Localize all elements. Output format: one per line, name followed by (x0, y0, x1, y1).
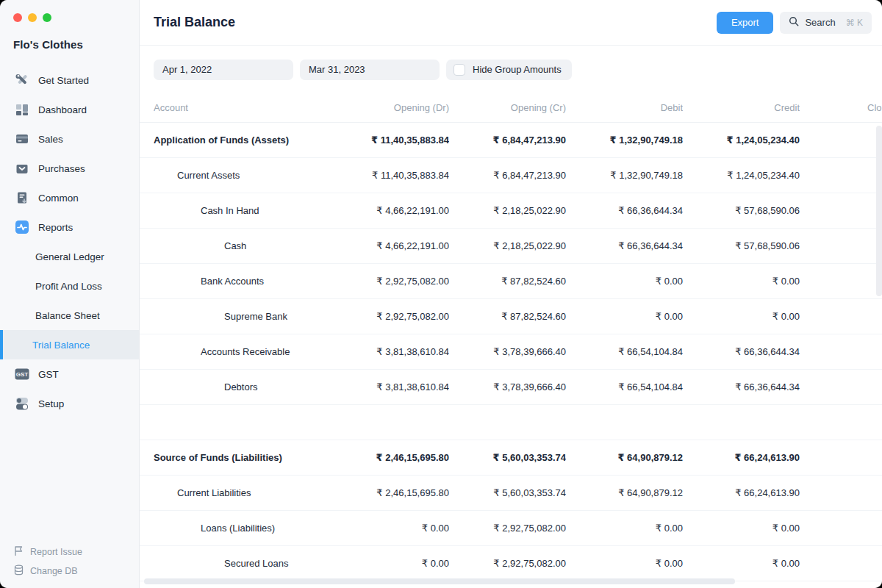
amount-cell: ₹ 1,32,90,749.18 (566, 135, 683, 146)
column-header-account[interactable]: Account (154, 102, 332, 113)
change-db-button[interactable]: Change DB (0, 562, 139, 581)
sidebar-item-purchases[interactable]: Purchases (0, 154, 139, 183)
flag-icon (13, 545, 24, 559)
amount-cell: ₹ 1,24,05,234.40 (683, 135, 800, 146)
search-button[interactable]: Search ⌘ K (780, 12, 872, 34)
zoom-window-button[interactable] (43, 13, 51, 22)
sidebar-item-label: Get Started (38, 75, 89, 86)
sidebar-item-profit-and-loss[interactable]: Profit And Loss (0, 271, 139, 301)
table-row[interactable]: Loans (Liabilities)₹ 0.00₹ 2,92,75,082.0… (140, 511, 882, 546)
amount-cell: ₹ 66,24,613.90 (683, 452, 800, 463)
sidebar-item-reports[interactable]: Reports (0, 212, 139, 242)
table-row[interactable]: Secured Loans₹ 0.00₹ 2,92,75,082.00₹ 0.0… (140, 546, 882, 581)
table-body: Application of Funds (Assets)₹ 11,40,35,… (140, 123, 882, 581)
page-header: Trial Balance Export Search ⌘ K (140, 0, 882, 46)
sidebar-item-dashboard[interactable]: Dashboard (0, 95, 139, 124)
amount-cell: ₹ 5,60,03,353.74 (449, 452, 566, 463)
amount-cell: ₹ 1,32,90,749.18 (566, 170, 683, 181)
table-row[interactable]: Current Liabilities₹ 2,46,15,695.80₹ 5,6… (140, 476, 882, 511)
sidebar-item-trial-balance[interactable]: Trial Balance (0, 330, 139, 359)
horizontal-scrollbar-thumb[interactable] (144, 578, 735, 584)
amount-cell: ₹ 0.00 (683, 523, 800, 534)
amount-cell: ₹ 2,18,25,022.90 (449, 205, 566, 216)
table-row[interactable]: Source of Funds (Liabilities)₹ 2,46,15,6… (140, 440, 882, 476)
amount-cell: ₹ 2,46,15,695.80 (332, 452, 449, 463)
amount-cell: ₹ 5,60,03,353.74 (449, 487, 566, 498)
table-row[interactable]: Accounts Receivable₹ 3,81,38,610.84₹ 3,7… (140, 334, 882, 370)
credit-card-icon (15, 132, 29, 146)
hide-group-amounts-checkbox[interactable] (453, 64, 465, 76)
amount-cell: ₹ 4,66,22,191.00 (332, 205, 449, 216)
minimize-window-button[interactable] (28, 13, 37, 22)
amount-cell: ₹ 0.00 (566, 558, 683, 569)
sidebar-item-get-started[interactable]: Get Started (0, 65, 139, 95)
amount-cell: ₹ 6,84,47,213.90 (449, 135, 566, 146)
sidebar-item-label: GST (38, 369, 59, 380)
search-label: Search (805, 17, 835, 28)
sidebar-item-label: Sales (38, 134, 63, 145)
report-issue-button[interactable]: Report Issue (0, 542, 139, 562)
sidebar-item-label: Reports (38, 222, 73, 233)
sidebar: Flo's Clothes Get Started (0, 0, 140, 588)
export-button[interactable]: Export (717, 12, 774, 34)
amount-cell: ₹ 66,36,644.34 (683, 381, 800, 392)
table-row[interactable]: Cash₹ 4,66,22,191.00₹ 2,18,25,022.90₹ 66… (140, 229, 882, 264)
amount-cell: ₹ 3,81,38,610.84 (332, 381, 449, 392)
footer-item-label: Change DB (30, 566, 78, 576)
hide-group-amounts-label: Hide Group Amounts (473, 64, 562, 75)
amount-cell: ₹ 6,84,47,213.90 (449, 170, 566, 181)
hide-group-amounts-toggle[interactable]: Hide Group Amounts (446, 60, 572, 80)
amount-cell: ₹ 0.00 (566, 311, 683, 322)
amount-cell: ₹ 2,92,75,082.00 (332, 311, 449, 322)
sidebar-item-sales[interactable]: Sales (0, 124, 139, 154)
from-date-input[interactable]: Apr 1, 2022 (154, 60, 293, 80)
main-panel: Trial Balance Export Search ⌘ K Apr 1, 2… (140, 0, 882, 588)
sidebar-item-gst[interactable]: GST GST (0, 359, 139, 389)
amount-cell: ₹ 66,36,644.34 (566, 240, 683, 251)
column-header-closing-clipped[interactable]: Clo (800, 102, 882, 113)
sidebar-item-label: Purchases (38, 163, 85, 174)
amount-cell: ₹ 2,18,25,022.90 (449, 240, 566, 251)
account-cell: Debtors (154, 381, 332, 392)
amount-cell: ₹ 87,82,524.60 (449, 276, 566, 287)
sidebar-item-general-ledger[interactable]: General Ledger (0, 242, 139, 271)
amount-cell: ₹ 2,46,15,695.80 (332, 487, 449, 498)
table-row[interactable]: Bank Accounts₹ 2,92,75,082.00₹ 87,82,524… (140, 264, 882, 299)
table-row[interactable]: Cash In Hand₹ 4,66,22,191.00₹ 2,18,25,02… (140, 193, 882, 229)
sidebar-item-balance-sheet[interactable]: Balance Sheet (0, 301, 139, 330)
table-row[interactable]: Application of Funds (Assets)₹ 11,40,35,… (140, 123, 882, 158)
sidebar-item-common[interactable]: Common (0, 183, 139, 212)
table-row[interactable]: Supreme Bank₹ 2,92,75,082.00₹ 87,82,524.… (140, 299, 882, 334)
sidebar-item-setup[interactable]: Setup (0, 389, 139, 418)
account-cell: Cash In Hand (154, 205, 332, 216)
database-icon (13, 564, 24, 578)
reports-chart-icon (15, 220, 29, 234)
amount-cell: ₹ 0.00 (566, 276, 683, 287)
vertical-scrollbar-thumb[interactable] (876, 126, 882, 296)
amount-cell: ₹ 66,36,644.34 (566, 205, 683, 216)
account-cell: Current Assets (154, 170, 332, 181)
amount-cell: ₹ 64,90,879.12 (566, 487, 683, 498)
table-row[interactable]: Debtors₹ 3,81,38,610.84₹ 3,78,39,666.40₹… (140, 370, 882, 405)
amount-cell: ₹ 0.00 (683, 558, 800, 569)
close-window-button[interactable] (13, 13, 22, 22)
amount-cell: ₹ 0.00 (683, 276, 800, 287)
tools-icon (15, 73, 29, 87)
table-header-row: Account Opening (Dr) Opening (Cr) Debit … (140, 93, 882, 123)
amount-cell: ₹ 11,40,35,883.84 (332, 135, 449, 146)
amount-cell: ₹ 0.00 (332, 558, 449, 569)
table-row[interactable]: Current Assets₹ 11,40,35,883.84₹ 6,84,47… (140, 158, 882, 193)
amount-cell: ₹ 64,90,879.12 (566, 452, 683, 463)
column-header-opening-cr[interactable]: Opening (Cr) (449, 102, 566, 113)
search-icon (789, 16, 799, 29)
header-actions: Export Search ⌘ K (717, 12, 872, 34)
column-header-debit[interactable]: Debit (566, 102, 683, 113)
sidebar-item-label: Setup (38, 398, 64, 409)
to-date-input[interactable]: Mar 31, 2023 (300, 60, 440, 80)
column-header-credit[interactable]: Credit (683, 102, 800, 113)
sidebar-item-label: Profit And Loss (35, 281, 102, 292)
amount-cell: ₹ 2,92,75,082.00 (449, 558, 566, 569)
trial-balance-table: Account Opening (Dr) Opening (Cr) Debit … (140, 93, 882, 581)
column-header-opening-dr[interactable]: Opening (Dr) (332, 102, 449, 113)
document-icon (15, 190, 29, 205)
